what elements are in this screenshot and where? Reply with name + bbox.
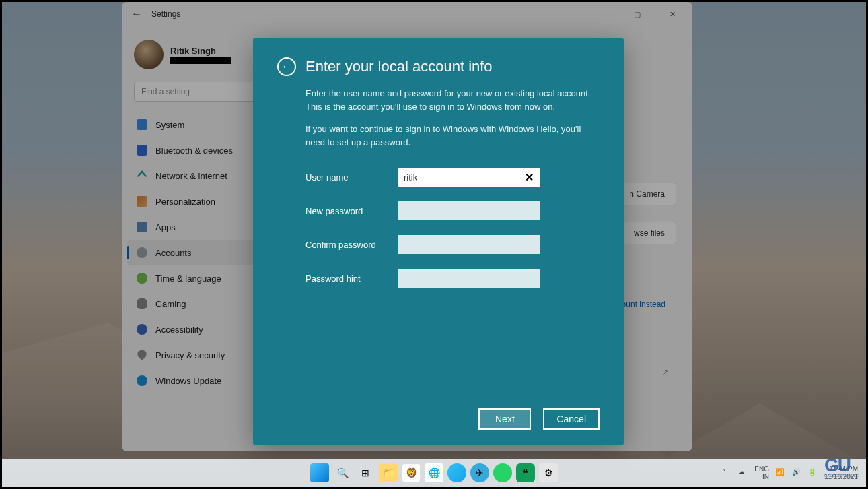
- new-password-input[interactable]: [398, 201, 540, 220]
- edge-icon[interactable]: [447, 463, 466, 482]
- taskbar: 🔍 ⊞ 📁 🦁 🌐 ✈ ❝ ⚙ ˄ ☁ ENG IN 📶 🔊 🔋 11:44 P…: [2, 459, 866, 487]
- new-password-label: New password: [305, 206, 386, 216]
- row-confirm-password: Confirm password: [305, 235, 600, 254]
- next-button[interactable]: Next: [478, 408, 531, 430]
- task-view-icon[interactable]: ⊞: [356, 463, 375, 482]
- taskbar-center: 🔍 ⊞ 📁 🦁 🌐 ✈ ❝ ⚙: [310, 463, 558, 482]
- language-indicator[interactable]: ENG IN: [754, 465, 769, 480]
- battery-icon[interactable]: 🔋: [808, 468, 818, 478]
- wifi-icon[interactable]: 📶: [776, 468, 785, 478]
- cancel-button[interactable]: Cancel: [543, 408, 600, 430]
- local-account-dialog: ← Enter your local account info Enter th…: [253, 38, 624, 445]
- row-password-hint: Password hint: [305, 269, 600, 288]
- chrome-icon[interactable]: 🌐: [425, 463, 443, 482]
- username-label: User name: [305, 172, 386, 183]
- dialog-title: Enter your local account info: [305, 58, 493, 75]
- confirm-password-label: Confirm password: [305, 240, 386, 250]
- dialog-description-1: Enter the user name and password for you…: [305, 87, 600, 113]
- telegram-icon[interactable]: ✈: [470, 463, 489, 482]
- brave-icon[interactable]: 🦁: [402, 463, 421, 482]
- form: User name ✕ New password Confirm passwor…: [305, 168, 600, 288]
- row-new-password: New password: [305, 201, 600, 220]
- row-username: User name ✕: [305, 168, 600, 187]
- clear-input-icon[interactable]: ✕: [522, 170, 536, 184]
- confirm-password-input[interactable]: [398, 235, 540, 254]
- dialog-description-2: If you want to continue to sign in to Wi…: [305, 123, 600, 149]
- dialog-back-button[interactable]: ←: [277, 57, 296, 76]
- desktop-wallpaper: ← Settings — ▢ ✕ Ritik Singh Find a sett…: [2, 2, 866, 487]
- password-hint-label: Password hint: [305, 273, 386, 284]
- file-explorer-icon[interactable]: 📁: [379, 463, 398, 482]
- whatsapp-icon[interactable]: [493, 463, 512, 482]
- volume-icon[interactable]: 🔊: [792, 468, 801, 478]
- username-input[interactable]: [398, 168, 540, 187]
- password-hint-input[interactable]: [398, 269, 540, 288]
- tray-chevron-icon[interactable]: ˄: [722, 468, 731, 478]
- watermark-logo: GU GADGETS TO USE: [824, 455, 862, 483]
- search-taskbar-icon[interactable]: 🔍: [333, 463, 352, 482]
- onedrive-icon[interactable]: ☁: [738, 468, 748, 478]
- hangouts-icon[interactable]: ❝: [516, 463, 535, 482]
- settings-taskbar-icon[interactable]: ⚙: [539, 463, 558, 482]
- start-button[interactable]: [310, 463, 329, 482]
